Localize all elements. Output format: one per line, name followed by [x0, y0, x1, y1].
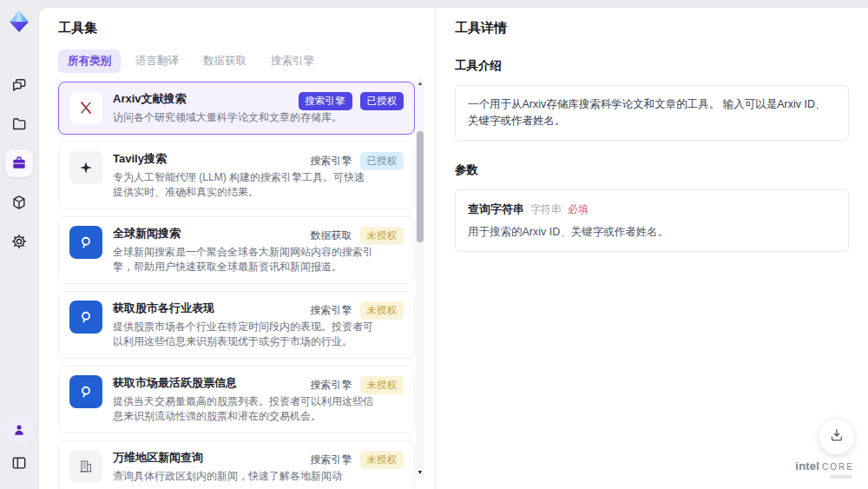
- gear-icon[interactable]: [5, 228, 33, 255]
- tool-detail-pane: 工具详情 工具介绍 一个用于从Arxiv存储库搜索科学论文和文章的工具。 输入可…: [435, 8, 868, 489]
- cube-icon[interactable]: [5, 188, 33, 216]
- detail-title: 工具详情: [455, 20, 849, 36]
- tool-card[interactable]: 全球新闻搜索 全球新闻搜索是一个聚合全球各大新闻网站内容的搜索引擎，帮助用户快速…: [58, 216, 415, 284]
- chat-icon[interactable]: [5, 71, 33, 99]
- download-icon: [828, 426, 845, 447]
- parameter-required-badge: 必填: [568, 202, 589, 217]
- tool-auth-badge: 未授权: [360, 227, 404, 245]
- tool-description: 查询具体行政区划内的新闻，快速了解各地新闻动: [113, 469, 373, 484]
- parameter-description: 用于搜索的Arxiv ID、关键字或作者姓名。: [468, 224, 836, 241]
- app-logo-gem-icon: [6, 9, 32, 35]
- tool-auth-badge: 未授权: [360, 301, 404, 320]
- tool-icon: [69, 151, 102, 184]
- tool-auth-badge: 已授权: [360, 152, 404, 170]
- tool-icon: [69, 226, 102, 259]
- tab-category-0[interactable]: 所有类别: [58, 50, 121, 73]
- logo-subtext-smudge: [830, 475, 852, 479]
- user-icon[interactable]: [5, 416, 33, 444]
- tool-icon: [69, 450, 102, 483]
- tool-category-tag: 搜索引擎: [311, 154, 352, 169]
- tool-auth-badge: 已授权: [360, 92, 404, 110]
- tool-category-tag: 搜索引擎: [311, 453, 352, 467]
- tool-description: 专为人工智能代理 (LLM) 构建的搜索引擎工具。可快速提供实时、准确和真实的结…: [113, 170, 373, 200]
- params-list: 查询字符串 字符串 必填 用于搜索的Arxiv ID、关键字或作者姓名。: [455, 189, 849, 252]
- params-heading: 参数: [455, 162, 849, 178]
- tool-category-tag: 搜索引擎: [311, 303, 352, 318]
- toolbox-icon[interactable]: [5, 149, 33, 177]
- tool-category-tag: 搜索引擎: [299, 92, 352, 110]
- scroll-up-icon[interactable]: ▲: [416, 79, 424, 88]
- scroll-down-icon[interactable]: ▼: [416, 468, 424, 477]
- parameter-card: 查询字符串 字符串 必填 用于搜索的Arxiv ID、关键字或作者姓名。: [455, 189, 849, 252]
- app-sidebar: [0, 0, 38, 489]
- panel-toggle-icon[interactable]: [5, 449, 33, 477]
- folder-icon[interactable]: [5, 110, 33, 138]
- tool-category-tag: 搜索引擎: [311, 378, 352, 393]
- tool-list: Arxiv文献搜索 访问各个研究领域大量科学论文和文章的存储库。 搜索引擎 已授…: [58, 82, 415, 489]
- tool-card[interactable]: Arxiv文献搜索 访问各个研究领域大量科学论文和文章的存储库。 搜索引擎 已授…: [58, 82, 415, 135]
- tool-card[interactable]: 获取市场最活跃股票信息 提供当天交易量最高的股票列表。投资者可以利用这些信息来识…: [58, 366, 415, 433]
- core-logo-text: CORE: [822, 462, 854, 472]
- intro-heading: 工具介绍: [455, 58, 849, 74]
- intel-logo-text: intel: [795, 459, 819, 472]
- parameter-type: 字符串: [530, 202, 562, 217]
- tool-description: 提供当天交易量最高的股票列表。投资者可以利用这些信息来识别流动性强的股票和潜在的…: [113, 394, 373, 424]
- tool-card[interactable]: Tavily搜索 专为人工智能代理 (LLM) 构建的搜索引擎工具。可快速提供实…: [58, 142, 415, 209]
- intel-core-logo: intelCORE: [795, 458, 854, 479]
- scrollbar-thumb[interactable]: [417, 131, 424, 242]
- tool-card[interactable]: 获取股市各行业表现 提供股票市场各个行业在特定时间段内的表现。投资者可以利用这些…: [58, 291, 415, 359]
- intro-box: 一个用于从Arxiv存储库搜索科学论文和文章的工具。 输入可以是Arxiv ID…: [455, 85, 849, 141]
- tool-description: 访问各个研究领域大量科学论文和文章的存储库。: [113, 110, 373, 125]
- tool-list-pane: 工具集 所有类别语言翻译数据获取搜索引擎 Arxiv文献搜索 访问各个研究领域大…: [39, 8, 435, 489]
- tool-icon: [69, 301, 102, 334]
- tool-category-tag: 数据获取: [311, 228, 352, 243]
- tab-category-1[interactable]: 语言翻译: [126, 50, 188, 73]
- parameter-name: 查询字符串: [468, 201, 524, 218]
- tool-description: 全球新闻搜索是一个聚合全球各大新闻网站内容的搜索引擎，帮助用户快速获取全球最新资…: [113, 245, 373, 274]
- intro-text: 一个用于从Arxiv存储库搜索科学论文和文章的工具。 输入可以是Arxiv ID…: [468, 98, 826, 127]
- tool-icon: [69, 91, 102, 124]
- tool-list-scrollbar[interactable]: ▲ ▼: [416, 77, 424, 479]
- category-tabs: 所有类别语言翻译数据获取搜索引擎: [58, 50, 435, 73]
- main-surface: 工具集 所有类别语言翻译数据获取搜索引擎 Arxiv文献搜索 访问各个研究领域大…: [38, 7, 868, 489]
- download-button[interactable]: [819, 420, 854, 454]
- page-title: 工具集: [58, 20, 435, 36]
- tool-card[interactable]: 万维地区新闻查询 查询具体行政区划内的新闻，快速了解各地新闻动 搜索引擎 未授权: [58, 440, 415, 489]
- tool-icon: [69, 375, 102, 408]
- tool-description: 提供股票市场各个行业在特定时间段内的表现。投资者可以利用这些信息来识别表现优于或…: [113, 320, 373, 349]
- tab-category-2[interactable]: 数据获取: [194, 50, 256, 73]
- tool-auth-badge: 未授权: [360, 451, 404, 469]
- tab-category-3[interactable]: 搜索引擎: [261, 50, 324, 73]
- tool-auth-badge: 未授权: [360, 376, 404, 394]
